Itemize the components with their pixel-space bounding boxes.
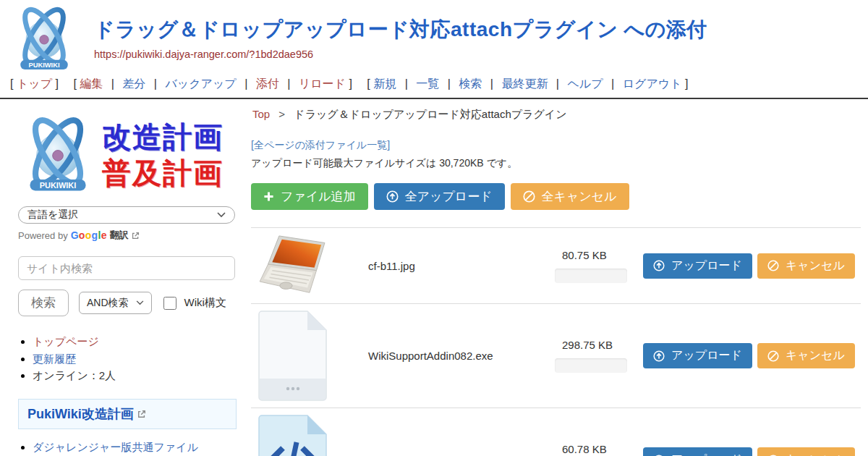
separator: | [405,77,408,90]
nav-item-reload[interactable]: リロード [299,77,346,90]
cancel-all-label: 全キャンセル [542,188,617,205]
file-size: 60.78 KB [562,443,607,455]
sidebar-top-links: トップページ 更新履歴 オンライン：2人 [18,334,237,384]
cancel-button[interactable]: キャンセル [757,447,855,456]
page-title: ドラッグ＆ドロップアップロード対応attachプラグイン への添付 [94,16,707,43]
sidebar-item-common-files[interactable]: ダジャレンジャー版共通ファイル [33,441,198,453]
file-name: cf-b11.jpg [368,260,555,272]
nav-item-attach[interactable]: 添付 [256,77,279,90]
online-count: オンライン：2人 [33,369,116,381]
nav-item-diff[interactable]: 差分 [122,77,145,90]
top-nav: [ トップ ] [ 編集 | 差分 | バックアップ | 添付 | リロード ]… [0,72,868,99]
pukiwiki-wordmark: PUKIWIKI [40,181,77,190]
cancel-all-button[interactable]: 全キャンセル [511,183,629,210]
bracket: ] [55,77,58,90]
cancel-button[interactable]: キャンセル [757,343,855,368]
site-search-input[interactable] [18,256,235,280]
nav-item-recent[interactable]: 最終更新 [501,77,548,90]
pukiwiki-atom-logo: PUKIWIKI [10,6,78,72]
language-select[interactable]: 言語を選択 [18,206,235,224]
file-row: WikiSupportAddin082.exe 298.75 KB アップロード [251,303,861,408]
google-translate-attribution: Powered by Google 翻訳 [18,229,237,242]
separator: | [154,77,157,90]
pukiwiki-atom-logo-small: PUKIWIKI [18,111,98,199]
upload-button-label: アップロード [671,258,742,274]
bracket: [ [367,77,370,90]
upload-button[interactable]: アップロード [643,343,752,368]
upload-all-label: 全アップロード [405,188,493,205]
upload-progress-bar [555,269,627,283]
file-row: contents.html 60.78 KB アップロード [251,408,861,456]
breadcrumb-separator: > [278,108,285,120]
translate-label: 翻訳 [110,229,129,242]
search-button[interactable]: 検索 [18,290,69,316]
cancel-button-label: キャンセル [786,258,845,274]
plus-icon [263,191,274,202]
sidebar-section-title[interactable]: PukiWiki改造計画 [18,399,237,429]
list-item: トップページ [33,334,237,350]
upload-icon [386,190,399,203]
generic-file-icon [258,311,327,401]
laptop-thumbnail [258,235,328,297]
sidebar-logo: PUKIWIKI 改造計画 普及計画 [18,111,237,199]
sidebar: PUKIWIKI 改造計画 普及計画 言語を選択 Powered by Goog… [0,99,250,456]
separator: | [556,77,559,90]
sidebar-item-toppage[interactable]: トップページ [33,335,99,347]
search-controls: 検索 AND検索 Wiki構文 [18,290,237,316]
bracket: [ [73,77,76,90]
wiki-syntax-checkbox[interactable] [163,297,176,310]
all-attachments-link[interactable]: [全ページの添付ファイル一覧] [251,139,390,152]
upload-icon [653,260,665,271]
search-mode-select[interactable]: AND検索 [79,292,152,314]
powered-by-label: Powered by [18,230,68,241]
nav-group-page: [ 編集 | 差分 | バックアップ | 添付 | リロード ] [73,77,355,90]
nav-item-edit[interactable]: 編集 [80,77,103,90]
upload-all-button[interactable]: 全アップロード [374,183,505,210]
upload-icon [653,350,665,362]
breadcrumb: Top > ドラッグ＆ドロップアップロード対応attachプラグイン [251,108,861,122]
max-upload-size-text: アップロード可能最大ファイルサイズは 30,720KB です。 [251,157,861,170]
cancel-icon [767,350,779,362]
sidebar-item-recent-changes[interactable]: 更新履歴 [33,352,76,365]
upload-button[interactable]: アップロード [643,447,752,456]
breadcrumb-home[interactable]: Top [252,108,270,120]
separator: | [611,77,614,90]
nav-item-help[interactable]: ヘルプ [567,77,603,90]
list-item: オンライン：2人 [33,368,237,384]
cancel-button-label: キャンセル [786,348,845,363]
upload-file-list: cf-b11.jpg 80.75 KB アップロード [251,227,861,456]
nav-item-top[interactable]: トップ [17,77,52,90]
section-title-label: PukiWiki改造計画 [27,405,134,423]
page-url-link[interactable]: https://pukiwiki.dajya-ranger.com/?1bd2d… [94,48,313,60]
nav-item-list[interactable]: 一覧 [416,77,439,90]
upload-button-label: アップロード [671,348,742,363]
upload-button-label: アップロード [671,452,742,456]
separator: | [448,77,451,90]
sidebar-menu-links: ダジャレンジャー版共通ファイル PukiWiki本体改造 PukiWikiテキス… [18,439,237,456]
chevron-down-icon [217,212,226,218]
bracket: ] [685,77,688,90]
pukiwiki-wordmark: PUKIWIKI [28,62,59,69]
nav-item-logout[interactable]: ログアウト [623,77,682,90]
external-link-icon [137,410,146,418]
cancel-button[interactable]: キャンセル [757,253,855,279]
nav-item-backup[interactable]: バックアップ [165,77,236,90]
add-files-label: ファイル追加 [281,188,356,205]
file-size: 80.75 KB [562,249,607,261]
file-size: 298.75 KB [562,339,613,351]
cancel-icon [767,260,779,271]
cancel-button-label: キャンセル [786,452,845,456]
bracket: ] [349,77,352,90]
list-item: ダジャレンジャー版共通ファイル [33,439,237,455]
nav-item-search[interactable]: 検索 [459,77,482,90]
nav-group-site: [ 新規 | 一覧 | 検索 | 最終更新 | ヘルプ | ログアウト ] [367,77,688,90]
separator: | [490,77,493,90]
nav-item-new[interactable]: 新規 [373,77,396,90]
upload-button[interactable]: アップロード [643,253,752,279]
pukiwiki-attach-page: PUKIWIKI ドラッグ＆ドロップアップロード対応attachプラグイン への… [0,0,868,456]
code-file-icon [258,415,327,456]
add-files-button[interactable]: ファイル追加 [251,183,368,210]
main-content: Top > ドラッグ＆ドロップアップロード対応attachプラグイン [全ページ… [250,99,868,456]
chevron-down-icon [136,300,144,305]
file-row: cf-b11.jpg 80.75 KB アップロード [251,227,861,303]
